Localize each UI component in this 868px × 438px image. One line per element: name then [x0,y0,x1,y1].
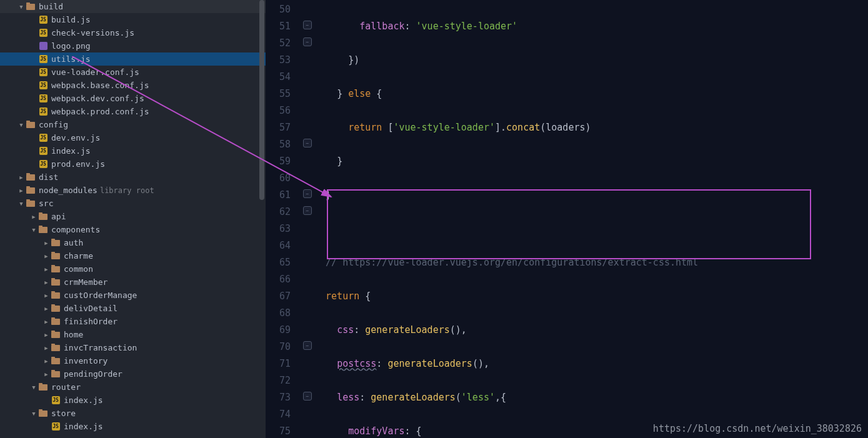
tree-item-build[interactable]: ▼build [0,0,266,13]
tree-item-label: api [51,212,66,221]
line-number: 50 [266,1,291,18]
chevron-icon[interactable]: ▼ [30,384,37,391]
line-number: 61 [266,187,291,204]
tree-item-webpack-base-conf-js[interactable]: JSwebpack.base.conf.js [0,79,266,92]
tree-item-webpack-prod-conf-js[interactable]: JSwebpack.prod.conf.js [0,105,266,118]
chevron-icon[interactable]: ▼ [17,4,25,10]
code-content[interactable]: fallback: 'vue-style-loader' }) } else {… [314,0,868,438]
tree-item-dev-env-js[interactable]: JSdev.env.js [0,131,266,144]
line-number: 51 [266,18,291,35]
line-number: 52 [266,35,291,52]
tree-item-label: config [39,120,68,129]
chevron-icon[interactable]: ▼ [17,201,25,207]
chevron-icon[interactable]: ▼ [30,227,37,233]
tree-item-src[interactable]: ▼src [0,197,266,210]
tree-item-invcTransaction[interactable]: ▶invcTransaction [0,341,266,354]
tree-item-label: dev.env.js [51,133,100,142]
tree-item-store[interactable]: ▼store [0,407,266,420]
tree-item-label: utils.js [51,54,91,64]
chevron-icon[interactable]: ▶ [42,371,50,377]
line-number: 67 [266,288,291,305]
chevron-icon[interactable]: ▶ [17,174,25,181]
js-file-icon: JS [37,29,49,37]
fold-icon[interactable]: − [303,21,312,29]
tree-item-inventory[interactable]: ▶inventory [0,354,266,367]
tree-item-label: check-versions.js [51,28,134,37]
tree-item-index-js[interactable]: JSindex.js [0,394,266,407]
tree-item-build-js[interactable]: JSbuild.js [0,13,266,26]
tree-item-label: build.js [51,15,91,24]
fold-icon[interactable]: − [303,189,312,198]
tree-item-charme[interactable]: ▶charme [0,249,266,262]
tree-item-label: src [39,199,53,208]
tree-item-router[interactable]: ▼router [0,381,266,394]
tree-item-delivDetail[interactable]: ▶delivDetail [0,302,266,315]
tree-item-config[interactable]: ▼config [0,118,266,131]
folder-icon [50,265,61,274]
tree-item-api[interactable]: ▶api [0,210,266,223]
chevron-icon[interactable]: ▶ [17,187,25,194]
chevron-icon[interactable]: ▶ [42,332,50,338]
code-editor[interactable]: 5051525354555657585960616263646566676869… [266,0,868,438]
chevron-icon[interactable]: ▶ [42,253,50,259]
tree-item-logo-png[interactable]: logo.png [0,39,266,52]
tree-item-webpack-dev-conf-js[interactable]: JSwebpack.dev.conf.js [0,92,266,105]
tree-item-label: vue-loader.conf.js [51,67,139,77]
fold-icon[interactable]: − [303,139,312,147]
line-number: 56 [266,102,291,119]
folder-icon [50,357,61,366]
tree-item-label: crmMember [64,277,107,287]
chevron-icon[interactable]: ▶ [42,306,50,312]
chevron-icon[interactable]: ▶ [42,292,50,299]
folder-icon [50,239,61,247]
tree-item-dist[interactable]: ▶dist [0,171,266,184]
folder-icon [25,186,36,195]
chevron-icon[interactable]: ▶ [42,319,50,325]
tree-item-label: router [51,382,81,392]
js-file-icon: JS [37,107,49,116]
folder-icon [50,278,61,287]
chevron-icon[interactable]: ▶ [42,266,50,272]
fold-icon[interactable]: − [303,392,312,401]
folder-icon [37,226,49,234]
chevron-icon[interactable]: ▶ [42,358,50,364]
line-number: 53 [266,52,291,69]
tree-item-crmMember[interactable]: ▶crmMember [0,276,266,289]
chevron-icon[interactable]: ▼ [30,411,37,417]
chevron-icon[interactable]: ▶ [42,240,50,246]
js-file-icon: JS [37,16,49,24]
tree-item-prod-env-js[interactable]: JSprod.env.js [0,157,266,171]
chevron-icon[interactable]: ▶ [42,279,50,286]
tree-item-auth[interactable]: ▶auth [0,236,266,249]
chevron-icon[interactable]: ▶ [42,345,50,351]
tree-item-utils-js[interactable]: JSutils.js [0,52,266,66]
folder-icon [37,383,49,392]
sidebar-scrollbar[interactable] [259,0,264,200]
tree-item-finishOrder[interactable]: ▶finishOrder [0,315,266,328]
tree-item-components[interactable]: ▼components [0,223,266,236]
tree-item-node_modules[interactable]: ▶node_moduleslibrary root [0,184,266,197]
tree-item-common[interactable]: ▶common [0,262,266,276]
file-tree-sidebar[interactable]: ▼buildJSbuild.jsJScheck-versions.jslogo.… [0,0,266,438]
js-file-icon: JS [37,147,49,156]
line-number: 59 [266,153,291,170]
line-number: 63 [266,221,291,237]
folder-icon [25,173,36,182]
tree-item-pendingOrder[interactable]: ▶pendingOrder [0,367,266,381]
fold-icon[interactable]: − [303,341,312,350]
tree-item-label: index.js [51,146,91,156]
tree-item-check-versions-js[interactable]: JScheck-versions.js [0,26,266,39]
js-file-icon: JS [37,94,49,103]
fold-icon[interactable]: − [303,37,312,46]
tree-item-custOrderManage[interactable]: ▶custOrderManage [0,289,266,302]
tree-item-index-js[interactable]: JSindex.js [0,144,266,157]
chevron-icon[interactable]: ▶ [30,214,37,220]
tree-item-label: finishOrder [64,317,117,326]
tree-item-vue-loader-conf-js[interactable]: JSvue-loader.conf.js [0,66,266,79]
tree-item-label: webpack.base.conf.js [51,81,149,90]
chevron-icon[interactable]: ▼ [17,122,25,128]
fold-icon[interactable]: − [303,206,312,215]
tree-item-home[interactable]: ▶home [0,328,266,341]
tree-item-index-js[interactable]: JSindex.js [0,420,266,433]
js-file-icon: JS [50,422,61,431]
